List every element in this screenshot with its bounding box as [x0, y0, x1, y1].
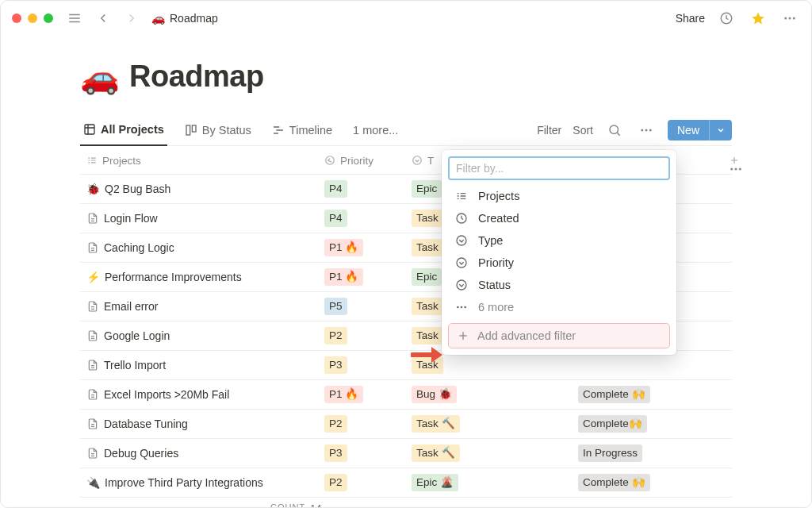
- tab-all-projects[interactable]: All Projects: [80, 114, 167, 146]
- updates-icon[interactable]: [716, 8, 737, 29]
- filter-search-input[interactable]: [448, 156, 670, 180]
- column-projects[interactable]: Projects: [80, 146, 318, 175]
- type-pill: Epic 🌋: [412, 474, 458, 491]
- filter-option-type[interactable]: Type: [448, 229, 670, 252]
- cell-type[interactable]: Task 🔨: [405, 439, 572, 468]
- cell-priority[interactable]: P4: [318, 204, 405, 233]
- type-pill: Task: [412, 239, 443, 256]
- close-window[interactable]: [12, 13, 21, 23]
- cell-name[interactable]: 🐞Q2 Bug Bash: [80, 175, 318, 203]
- search-icon[interactable]: [604, 120, 625, 140]
- svg-point-43: [739, 168, 741, 171]
- row-title: Caching Logic: [104, 241, 174, 254]
- advanced-filter-label: Add advanced filter: [477, 329, 576, 342]
- new-button[interactable]: New: [668, 120, 732, 140]
- tab-more[interactable]: 1 more...: [350, 114, 401, 146]
- cell-name[interactable]: Google Login: [80, 321, 318, 350]
- minimize-window[interactable]: [28, 13, 37, 23]
- new-button-dropdown[interactable]: [709, 120, 732, 140]
- breadcrumb[interactable]: 🚗 Roadmap: [151, 12, 218, 25]
- cell-status[interactable]: Complete🙌: [572, 410, 722, 438]
- back-button[interactable]: [93, 8, 113, 29]
- tab-by-status[interactable]: By Status: [182, 114, 255, 146]
- cell-extra: [722, 321, 746, 350]
- table-row[interactable]: Database Tuning P2 Task 🔨 Complete🙌: [80, 410, 732, 439]
- cell-type[interactable]: Epic 🌋: [405, 468, 572, 497]
- svg-point-19: [645, 129, 647, 132]
- new-button-label: New: [668, 120, 709, 140]
- cell-status[interactable]: Complete 🙌: [572, 380, 722, 409]
- svg-point-45: [457, 236, 466, 245]
- table-row[interactable]: 🔌Improve Third Party Integrations P2 Epi…: [80, 468, 732, 498]
- maximize-window[interactable]: [44, 13, 53, 23]
- cell-name[interactable]: ⚡Performance Improvements: [80, 263, 318, 291]
- view-options-icon[interactable]: [636, 120, 657, 140]
- filter-option-projects[interactable]: Projects: [448, 185, 670, 207]
- cell-name[interactable]: Trello Import: [80, 351, 318, 379]
- table-row[interactable]: Excel Imports >20Mb Fail P1 🔥 Bug 🐞 Comp…: [80, 380, 732, 410]
- cell-name[interactable]: Database Tuning: [80, 410, 318, 438]
- cell-status[interactable]: Complete 🙌: [572, 468, 722, 497]
- svg-point-48: [457, 306, 459, 309]
- svg-point-18: [641, 129, 643, 132]
- page-icon: [86, 447, 99, 460]
- add-advanced-filter[interactable]: Add advanced filter: [448, 323, 670, 348]
- type-pill: Task: [412, 298, 443, 315]
- cell-name[interactable]: Login Flow: [80, 204, 318, 233]
- cell-name[interactable]: Email error: [80, 292, 318, 321]
- cell-priority[interactable]: P1 🔥: [318, 263, 405, 291]
- column-priority[interactable]: Priority: [318, 146, 405, 175]
- cell-priority[interactable]: P1 🔥: [318, 380, 405, 409]
- page-title[interactable]: 🚗 Roadmap: [80, 60, 732, 94]
- breadcrumb-title: Roadmap: [170, 12, 218, 25]
- svg-point-46: [457, 258, 466, 267]
- table-footer: COUNT 14: [80, 498, 732, 508]
- filter-option-created[interactable]: Created: [448, 207, 670, 229]
- filter-option-priority[interactable]: Priority: [448, 252, 670, 274]
- priority-pill: P4: [324, 210, 347, 227]
- cell-name[interactable]: Excel Imports >20Mb Fail: [80, 380, 318, 409]
- cell-priority[interactable]: P5: [318, 292, 405, 321]
- filter-button[interactable]: Filter: [537, 124, 561, 137]
- cell-type[interactable]: Task 🔨: [405, 410, 572, 438]
- sort-button[interactable]: Sort: [573, 124, 593, 137]
- created-icon: [454, 212, 469, 225]
- cell-name[interactable]: Debug Queries: [80, 439, 318, 468]
- cell-priority[interactable]: P2: [318, 468, 405, 497]
- row-emoji: 🔌: [86, 476, 100, 489]
- cell-extra: [722, 439, 746, 468]
- cell-priority[interactable]: P1 🔥: [318, 233, 405, 262]
- cell-priority[interactable]: P2: [318, 321, 405, 350]
- filter-option-status[interactable]: Status: [448, 274, 670, 296]
- cell-extra: [722, 468, 746, 497]
- hamburger-icon[interactable]: [64, 8, 85, 29]
- forward-button[interactable]: [121, 8, 142, 29]
- window-titlebar: 🚗 Roadmap Share: [1, 1, 811, 36]
- priority-pill: P2: [324, 327, 347, 344]
- table-row[interactable]: Trello Import P3 Task: [80, 351, 732, 380]
- page-icon: [86, 388, 99, 401]
- share-button[interactable]: Share: [676, 12, 705, 25]
- favorite-star-icon[interactable]: [748, 8, 768, 29]
- cell-priority[interactable]: P2: [318, 410, 405, 438]
- cell-priority[interactable]: P3: [318, 439, 405, 468]
- row-title: Database Tuning: [104, 418, 188, 430]
- cell-priority[interactable]: P4: [318, 175, 405, 203]
- priority-pill: P2: [324, 474, 347, 491]
- cell-status[interactable]: In Progress: [572, 439, 722, 468]
- table-row[interactable]: Debug Queries P3 Task 🔨 In Progress: [80, 439, 732, 468]
- cell-type[interactable]: Bug 🐞: [405, 380, 572, 409]
- filter-more[interactable]: 6 more: [448, 296, 670, 318]
- tab-label: Timeline: [289, 124, 332, 137]
- row-title: Google Login: [104, 329, 170, 342]
- page-icon: [86, 241, 99, 254]
- page-title-text: Roadmap: [129, 60, 264, 94]
- cell-status[interactable]: [572, 351, 722, 379]
- cell-priority[interactable]: P3: [318, 351, 405, 379]
- tab-timeline[interactable]: Timeline: [269, 114, 335, 146]
- cell-name[interactable]: 🔌Improve Third Party Integrations: [80, 468, 318, 497]
- cell-name[interactable]: Caching Logic: [80, 233, 318, 262]
- view-tabs: All Projects By Status Timeline 1 more..…: [80, 114, 732, 146]
- row-options-icon[interactable]: [726, 159, 746, 179]
- more-menu-icon[interactable]: [779, 8, 800, 29]
